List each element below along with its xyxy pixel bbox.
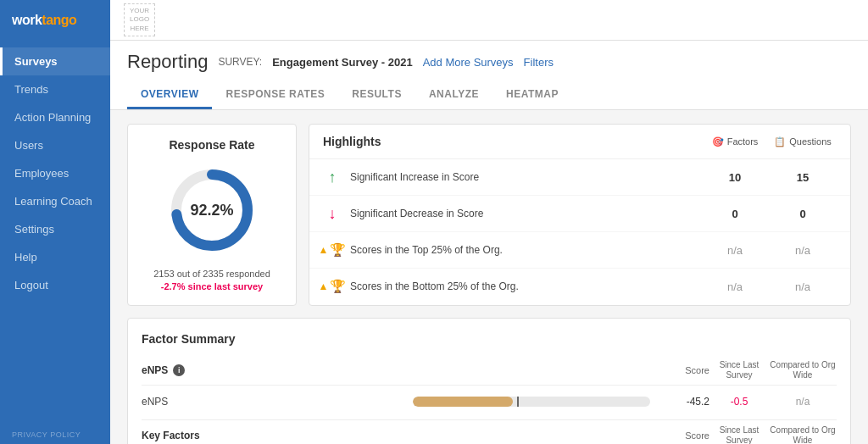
add-more-surveys-link[interactable]: Add More Surveys xyxy=(423,56,514,69)
highlights-panel: Highlights 🎯 Factors 📋 Questions xyxy=(309,124,851,306)
enps-score: -45.2 xyxy=(650,396,709,408)
client-logo: YOURLOGOHERE xyxy=(124,3,155,36)
donut-percentage: 92.2% xyxy=(190,202,233,219)
factor-summary-title: Factor Summary xyxy=(142,332,837,346)
sidebar-item-employees[interactable]: Employees xyxy=(0,159,110,187)
enps-bar-fill xyxy=(413,397,513,407)
tab-overview[interactable]: Overview xyxy=(127,81,212,109)
highlight-row-increase: ↑ Significant Increase in Score 10 15 xyxy=(309,159,850,196)
filters-link[interactable]: Filters xyxy=(524,56,554,69)
enps-compared: n/a xyxy=(769,396,837,408)
highlight-factors-1: 0 xyxy=(701,208,769,220)
donut-chart: 92.2% xyxy=(165,164,259,257)
key-factors-header: Key Factors Score Since Last Survey Comp… xyxy=(142,419,837,445)
reporting-header: Reporting SURVEY: Engagement Survey - 20… xyxy=(110,41,868,110)
sidebar-item-settings[interactable]: Settings xyxy=(0,215,110,243)
highlight-questions-1: 0 xyxy=(769,208,837,220)
highlights-factors-header: 🎯 Factors xyxy=(701,136,769,147)
sidebar-logo: worktango xyxy=(0,0,110,41)
factor-summary-panel: Factor Summary eNPS i Score Since Last S… xyxy=(127,318,851,445)
key-factors-compared-col: Compared to Org Wide xyxy=(769,425,837,445)
enps-bar-marker xyxy=(517,397,519,407)
panels: Response Rate 92.2% 2153 out of 2335 res… xyxy=(110,110,868,444)
enps-row: eNPS -45.2 -0.5 n/a xyxy=(142,391,837,413)
sidebar-item-action-planning[interactable]: Action Planning xyxy=(0,103,110,131)
increase-icon: ↑ xyxy=(323,168,342,186)
tab-analyze[interactable]: Analyze xyxy=(415,81,492,109)
brand-name: worktango xyxy=(12,13,76,28)
enps-info-icon[interactable]: i xyxy=(173,364,185,376)
highlight-factors-3: n/a xyxy=(701,280,769,293)
sidebar-item-surveys[interactable]: Surveys xyxy=(0,47,110,75)
top25-icon: ▲ 🏆 xyxy=(323,241,342,259)
highlight-questions-0: 15 xyxy=(769,171,837,184)
highlight-questions-3: n/a xyxy=(769,280,837,293)
main-content: YOURLOGOHERE Reporting SURVEY: Engagemen… xyxy=(110,0,868,444)
enps-bar xyxy=(413,397,650,407)
page-title: Reporting xyxy=(127,51,208,73)
highlight-row-decrease: ↓ Significant Decrease in Score 0 0 xyxy=(309,196,850,232)
highlight-label-3: Scores in the Bottom 25% of the Org. xyxy=(350,280,701,292)
survey-name: Engagement Survey - 2021 xyxy=(272,56,412,69)
questions-icon: 📋 xyxy=(774,136,786,147)
tab-response-rates[interactable]: Response Rates xyxy=(212,81,338,109)
enps-label: eNPS xyxy=(142,364,168,376)
highlights-title: Highlights xyxy=(323,135,701,148)
sidebar-item-users[interactable]: Users xyxy=(0,131,110,159)
key-factors-label: Key Factors xyxy=(142,430,650,441)
highlight-factors-0: 10 xyxy=(701,171,769,184)
response-count: 2153 out of 2335 responded xyxy=(153,267,270,281)
enps-table-header: eNPS i Score Since Last Survey Compared … xyxy=(142,356,837,386)
content-area: Reporting SURVEY: Engagement Survey - 20… xyxy=(110,41,868,444)
key-factors-since-col: Since Last Survey xyxy=(709,425,769,445)
enps-row-name: eNPS xyxy=(142,396,413,408)
sidebar-nav: Surveys Trends Action Planning Users Emp… xyxy=(0,41,110,425)
survey-label: SURVEY: xyxy=(218,56,262,68)
highlight-label-0: Significant Increase in Score xyxy=(350,171,701,183)
top-panels: Response Rate 92.2% 2153 out of 2335 res… xyxy=(127,124,851,306)
sidebar-item-help[interactable]: Help xyxy=(0,243,110,271)
key-factors-score-col: Score xyxy=(650,430,709,441)
highlight-row-top25: ▲ 🏆 Scores in the Top 25% of the Org. n/… xyxy=(309,232,850,269)
sidebar-item-trends[interactable]: Trends xyxy=(0,75,110,103)
tabs: Overview Response Rates Results Analyze … xyxy=(127,81,851,109)
enps-since: -0.5 xyxy=(709,396,769,408)
decrease-icon: ↓ xyxy=(323,204,342,223)
bottom25-icon: ▲ 🏆 xyxy=(323,277,342,296)
sidebar-item-learning-coach[interactable]: Learning Coach xyxy=(0,187,110,215)
highlight-factors-2: n/a xyxy=(701,244,769,257)
response-rate-title: Response Rate xyxy=(169,138,254,152)
highlight-row-bottom25: ▲ 🏆 Scores in the Bottom 25% of the Org.… xyxy=(309,269,850,304)
highlights-header: Highlights 🎯 Factors 📋 Questions xyxy=(309,125,850,159)
highlights-questions-header: 📋 Questions xyxy=(769,136,837,147)
factors-icon: 🎯 xyxy=(712,136,724,147)
highlight-label-1: Significant Decrease in Score xyxy=(350,208,701,219)
sidebar-item-logout[interactable]: Logout xyxy=(0,271,110,300)
response-rate-panel: Response Rate 92.2% 2153 out of 2335 res… xyxy=(127,124,297,306)
tab-results[interactable]: Results xyxy=(338,81,415,109)
response-change: -2.7% since last survey xyxy=(161,281,263,291)
topbar: YOURLOGOHERE xyxy=(110,0,868,41)
highlight-questions-2: n/a xyxy=(769,244,837,257)
sidebar: worktango Surveys Trends Action Planning… xyxy=(0,0,110,444)
tab-heatmap[interactable]: Heatmap xyxy=(492,81,572,109)
highlight-label-2: Scores in the Top 25% of the Org. xyxy=(350,244,701,256)
privacy-policy-link[interactable]: Privacy Policy xyxy=(0,425,110,444)
